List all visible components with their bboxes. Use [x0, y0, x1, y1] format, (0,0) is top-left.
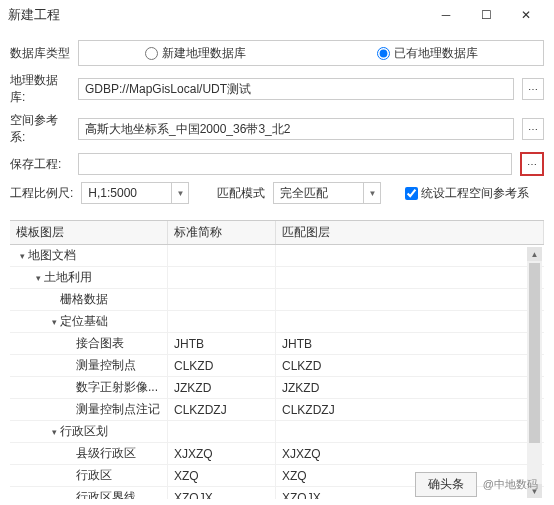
row-label: 接合图表	[76, 335, 124, 352]
layer-grid: 模板图层 标准简称 匹配图层 ▾地图文档▾土地利用栅格数据▾定位基础接合图表JH…	[10, 220, 544, 500]
col-template[interactable]: 模板图层	[10, 221, 168, 244]
row-match: JHTB	[276, 337, 544, 351]
expand-icon[interactable]: ▾	[48, 317, 60, 327]
row-label: 定位基础	[60, 313, 108, 330]
watermark: @中地数码	[483, 477, 538, 492]
table-row[interactable]: ▾行政区划	[10, 421, 544, 443]
row-abbr: XJXZQ	[168, 443, 276, 464]
table-row[interactable]: 数字正射影像...JZKZDJZKZD	[10, 377, 544, 399]
scale-combo[interactable]: H,1:5000 ▼	[81, 182, 189, 204]
row-abbr: JHTB	[168, 333, 276, 354]
grid-body[interactable]: ▾地图文档▾土地利用栅格数据▾定位基础接合图表JHTBJHTB测量控制点CLKZ…	[10, 245, 544, 499]
row-abbr: CLKZD	[168, 355, 276, 376]
scale-label: 工程比例尺:	[10, 185, 73, 202]
scroll-thumb[interactable]	[529, 263, 540, 443]
row-label: 行政区划	[60, 423, 108, 440]
chevron-down-icon[interactable]: ▼	[171, 182, 189, 204]
row-match: CLKZD	[276, 359, 544, 373]
row-abbr	[168, 311, 276, 332]
row-label: 县级行政区	[76, 445, 136, 462]
row-match: CLKZDZJ	[276, 403, 544, 417]
row-label: 数字正射影像...	[76, 379, 158, 396]
table-row[interactable]: 接合图表JHTBJHTB	[10, 333, 544, 355]
db-type-group: 新建地理数据库 已有地理数据库	[78, 40, 544, 66]
maximize-button[interactable]: ☐	[466, 1, 506, 29]
save-input[interactable]	[78, 153, 512, 175]
srs-checkbox[interactable]: 统设工程空间参考系	[405, 185, 529, 202]
match-label: 匹配模式	[217, 185, 265, 202]
expand-icon[interactable]: ▾	[48, 427, 60, 437]
row-label: 地图文档	[28, 247, 76, 264]
col-abbr[interactable]: 标准简称	[168, 221, 276, 244]
row-match: XJXZQ	[276, 447, 544, 461]
grid-header: 模板图层 标准简称 匹配图层	[10, 221, 544, 245]
row-abbr: JZKZD	[168, 377, 276, 398]
scroll-up-icon[interactable]: ▲	[527, 247, 542, 261]
table-row[interactable]: 栅格数据	[10, 289, 544, 311]
row-abbr: CLKZDZJ	[168, 399, 276, 420]
row-abbr	[168, 421, 276, 442]
vertical-scrollbar[interactable]: ▲ ▼	[527, 247, 542, 498]
table-row[interactable]: ▾地图文档	[10, 245, 544, 267]
row-abbr: XZQJX	[168, 487, 276, 499]
table-row[interactable]: ▾土地利用	[10, 267, 544, 289]
minimize-button[interactable]: ─	[426, 1, 466, 29]
row-label: 行政区界线	[76, 489, 136, 499]
save-browse-button[interactable]: ⋯	[520, 152, 544, 176]
table-row[interactable]: 测量控制点注记CLKZDZJCLKZDZJ	[10, 399, 544, 421]
ok-button[interactable]: 确头条	[415, 472, 477, 497]
row-match: JZKZD	[276, 381, 544, 395]
db-type-label: 数据库类型	[10, 45, 70, 62]
form-area: 数据库类型 新建地理数据库 已有地理数据库 地理数据库: GDBP://MapG…	[0, 30, 554, 214]
row-abbr	[168, 245, 276, 266]
row-label: 测量控制点	[76, 357, 136, 374]
row-label: 土地利用	[44, 269, 92, 286]
row-abbr	[168, 289, 276, 310]
srs-browse-button[interactable]: ⋯	[522, 118, 544, 140]
title-bar: 新建工程 ─ ☐ ✕	[0, 0, 554, 30]
table-row[interactable]: 测量控制点CLKZDCLKZD	[10, 355, 544, 377]
match-combo[interactable]: 完全匹配 ▼	[273, 182, 381, 204]
save-label: 保存工程:	[10, 156, 70, 173]
row-label: 测量控制点注记	[76, 401, 160, 418]
row-abbr: XZQ	[168, 465, 276, 486]
srs-input[interactable]: 高斯大地坐标系_中国2000_36带3_北2	[78, 118, 514, 140]
table-row[interactable]: ▾定位基础	[10, 311, 544, 333]
expand-icon[interactable]: ▾	[32, 273, 44, 283]
gisdb-input[interactable]: GDBP://MapGisLocal/UDT测试	[78, 78, 514, 100]
window-title: 新建工程	[8, 6, 426, 24]
radio-new-db[interactable]: 新建地理数据库	[79, 45, 311, 62]
close-button[interactable]: ✕	[506, 1, 546, 29]
srs-label: 空间参考系:	[10, 112, 70, 146]
table-row[interactable]: 县级行政区XJXZQXJXZQ	[10, 443, 544, 465]
expand-icon[interactable]: ▾	[16, 251, 28, 261]
row-label: 行政区	[76, 467, 112, 484]
row-label: 栅格数据	[60, 291, 108, 308]
gisdb-label: 地理数据库:	[10, 72, 70, 106]
radio-exist-db[interactable]: 已有地理数据库	[311, 45, 543, 62]
chevron-down-icon[interactable]: ▼	[363, 182, 381, 204]
footer: 确头条 @中地数码	[415, 472, 542, 497]
row-abbr	[168, 267, 276, 288]
col-match[interactable]: 匹配图层	[276, 221, 544, 244]
gisdb-browse-button[interactable]: ⋯	[522, 78, 544, 100]
